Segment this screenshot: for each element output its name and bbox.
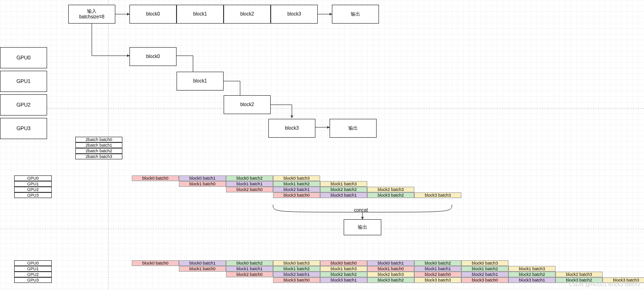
p2-r0c6: block0 batch2	[414, 260, 461, 266]
p1-r2c1: block2 batch1	[273, 187, 320, 192]
p2-r1c0: block1 batch0	[179, 266, 226, 272]
p1-r3c3: block3 batch3	[414, 192, 461, 198]
p2-r0c2: block0 batch2	[226, 260, 273, 266]
p1-r1c1: block1 batch1	[226, 181, 273, 187]
p1-r1c2: block1 batch2	[273, 181, 320, 187]
p2-r1c6: block1 batch2	[461, 266, 508, 272]
p2-r3c3: block3 batch3	[414, 277, 461, 283]
p2-r1c5: block1 batch1	[414, 266, 461, 272]
stair-block2: block2	[224, 95, 271, 114]
p1-r0c1: block0 batch1	[179, 175, 226, 181]
p2-r2c3: block2 batch3	[367, 272, 414, 277]
p2-r3c2: block3 batch2	[367, 277, 414, 283]
p2-gpu2: GPU2	[14, 272, 52, 277]
batch-list-0: 2batch batch0	[75, 137, 122, 142]
p2-gpu0: GPU0	[14, 260, 52, 266]
top-block3: block3	[271, 5, 318, 24]
p1-gpu3: GPU3	[14, 192, 52, 198]
top-output: 输出	[332, 5, 379, 24]
p2-r3c4: block3 batch0	[461, 277, 508, 283]
p2-r1c1: block1 batch1	[226, 266, 273, 272]
p1-gpu0: GPU0	[14, 175, 52, 181]
p2-r2c0: block2 batch0	[226, 272, 273, 277]
p1-output: 输出	[344, 219, 381, 235]
p2-r3c0: block3 batch0	[273, 277, 320, 283]
watermark: CSDN @Hi2021 block3 batch3	[569, 282, 640, 287]
p2-r2c1: block2 batch1	[273, 272, 320, 277]
p2-r1c3: block1 batch3	[320, 266, 367, 272]
stair-block0: block0	[129, 47, 177, 66]
p1-r2c0: block2 batch0	[226, 187, 273, 192]
p2-gpu1: GPU1	[14, 266, 52, 272]
stair-block1: block1	[177, 72, 224, 91]
p2-r0c1: block0 batch1	[179, 260, 226, 266]
p1-r2c3: block2 batch3	[367, 187, 414, 192]
p1-gpu2: GPU2	[14, 187, 52, 192]
gpu1-big: GPU1	[0, 71, 47, 92]
p1-r1c0: block1 batch0	[179, 181, 226, 187]
top-block1: block1	[177, 5, 224, 24]
p2-r3c1: block3 batch1	[320, 277, 367, 283]
p2-r0c5: block0 batch1	[367, 260, 414, 266]
p2-r1c7: block1 batch3	[508, 266, 555, 272]
p2-r2c2: block2 batch2	[320, 272, 367, 277]
p2-r0c4: block0 batch0	[320, 260, 367, 266]
batch-list-1: 2batch batch1	[75, 142, 122, 148]
p2-r0c0: block0 batch0	[132, 260, 179, 266]
p1-r3c1: block3 batch1	[320, 192, 367, 198]
p1-r0c0: block0 batch0	[132, 175, 179, 181]
p2-r2c7: block2 batch3	[555, 272, 603, 277]
p1-r0c2: block0 batch2	[226, 175, 273, 181]
p2-r2c5: block2 batch1	[461, 272, 508, 277]
stair-output: 输出	[330, 119, 377, 138]
p2-r0c7: block0 batch3	[461, 260, 508, 266]
input-box: 输入 batchsize=8	[68, 5, 115, 24]
p1-r3c2: block3 batch2	[367, 192, 414, 198]
p2-r0c3: block0 batch3	[273, 260, 320, 266]
p1-r2c2: block2 batch2	[320, 187, 367, 192]
gpu2-big: GPU2	[0, 94, 47, 116]
p1-r1c3: block1 batch3	[320, 181, 367, 187]
p2-gpu3: GPU3	[14, 277, 52, 283]
p1-r0c3: block0 batch3	[273, 175, 320, 181]
gpu3-big: GPU3	[0, 118, 47, 139]
concat-label: concat	[354, 207, 368, 213]
p1-r3c0: block3 batch0	[273, 192, 320, 198]
p1-gpu1: GPU1	[14, 181, 52, 187]
top-block0: block0	[129, 5, 177, 24]
top-block2: block2	[224, 5, 271, 24]
p2-r2c6: block2 batch2	[508, 272, 555, 277]
p2-r1c2: block1 batch2	[273, 266, 320, 272]
batch-list-3: 2batch batch3	[75, 154, 122, 159]
batch-list-2: 2batch batch2	[75, 148, 122, 154]
p2-r2c4: block2 batch0	[414, 272, 461, 277]
p2-r1c4: block1 batch0	[367, 266, 414, 272]
gpu0-big: GPU0	[0, 47, 47, 68]
p2-r3c5: block3 batch1	[508, 277, 555, 283]
stair-block3: block3	[268, 119, 315, 138]
